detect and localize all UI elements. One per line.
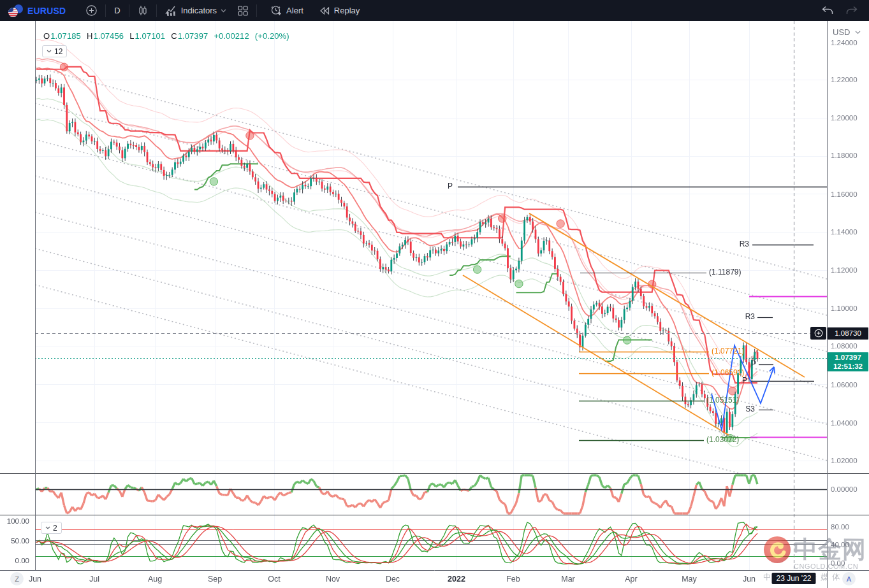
- open-label: O: [43, 31, 50, 41]
- chevron-down-icon: [855, 31, 861, 34]
- layout-grid-button[interactable]: [232, 3, 254, 19]
- crosshair-add-button[interactable]: [810, 327, 826, 340]
- last-price-value: 1.07397: [835, 353, 861, 362]
- symbol-button[interactable]: EURUSD: [3, 3, 71, 19]
- timezone-button[interactable]: Z: [10, 572, 24, 585]
- change-value: +0.00212: [214, 31, 249, 41]
- crosshair-price-tag: 1.08730: [828, 327, 868, 340]
- plus-circle-icon: [86, 5, 97, 16]
- candles-icon: [138, 5, 148, 17]
- replay-icon: [319, 6, 330, 15]
- currency-selector[interactable]: USD: [833, 27, 861, 37]
- indicator-chip-main-label: 12: [54, 47, 62, 56]
- redo-button[interactable]: [840, 3, 864, 19]
- alert-button[interactable]: Alert: [265, 3, 309, 19]
- toolbar-divider: [256, 4, 257, 17]
- chevron-down-icon: [221, 9, 226, 13]
- auto-scale-label: A: [847, 575, 851, 583]
- open-value: 1.07185: [50, 31, 81, 41]
- chart-type-button[interactable]: [132, 3, 154, 19]
- indicators-label: Indicators: [181, 6, 217, 15]
- indicator-chip-main[interactable]: 12: [42, 45, 67, 57]
- last-price-tag: 1.07397 12:51:32: [828, 352, 868, 371]
- toolbar-divider: [129, 4, 129, 17]
- crosshair-price-value: 1.08730: [835, 329, 861, 337]
- interval-label: D: [114, 6, 120, 15]
- symbol-flags-icon: [8, 4, 24, 17]
- chart-window: EURUSD D Indicators: [0, 0, 869, 588]
- symbol-label: EURUSD: [27, 6, 66, 16]
- change-pct-value: (+0.20%): [255, 31, 289, 41]
- redo-icon: [845, 6, 858, 15]
- indicator-chip-osc-label: 2: [53, 524, 57, 533]
- ohlc-legend: O1.07185H1.07456L1.07101C1.07397+0.00212…: [43, 31, 295, 41]
- countdown-timer: 12:51:32: [833, 362, 863, 371]
- cngold-logo-icon: [763, 536, 791, 564]
- toolbar-divider: [105, 4, 106, 17]
- replay-button[interactable]: Replay: [313, 3, 365, 19]
- currency-label: USD: [833, 27, 850, 37]
- grid-icon: [238, 6, 248, 16]
- high-value: 1.07456: [93, 31, 124, 41]
- indicators-icon: [165, 6, 177, 16]
- low-value: 1.07101: [135, 31, 165, 41]
- top-toolbar: EURUSD D Indicators: [0, 0, 869, 21]
- auto-scale-button[interactable]: A: [842, 572, 856, 585]
- compare-add-button[interactable]: [80, 3, 103, 19]
- interval-button[interactable]: D: [108, 3, 126, 19]
- chart-canvas[interactable]: [0, 0, 869, 588]
- alert-label: Alert: [286, 6, 303, 15]
- undo-icon: [821, 6, 834, 15]
- timezone-label: Z: [15, 575, 19, 583]
- alert-clock-icon: [270, 5, 282, 17]
- watermark-title: 中金网: [794, 537, 866, 563]
- crosshair-date-value: 23 Jun '22: [776, 574, 811, 583]
- replay-label: Replay: [334, 6, 360, 15]
- chevron-down-icon: [45, 526, 50, 529]
- close-value: 1.07397: [178, 31, 208, 41]
- close-label: C: [171, 31, 177, 41]
- high-label: H: [87, 31, 93, 41]
- chevron-down-icon: [47, 50, 52, 53]
- undo-button[interactable]: [815, 3, 840, 19]
- plus-circle-icon: [814, 329, 823, 338]
- toolbar-divider: [156, 4, 157, 17]
- indicator-chip-osc[interactable]: 2: [41, 522, 62, 534]
- crosshair-date-tag: 23 Jun '22: [771, 573, 815, 584]
- indicators-button[interactable]: Indicators: [159, 3, 232, 19]
- low-label: L: [129, 31, 134, 41]
- watermark-domain: CNGOLD.COM.CN: [794, 563, 869, 570]
